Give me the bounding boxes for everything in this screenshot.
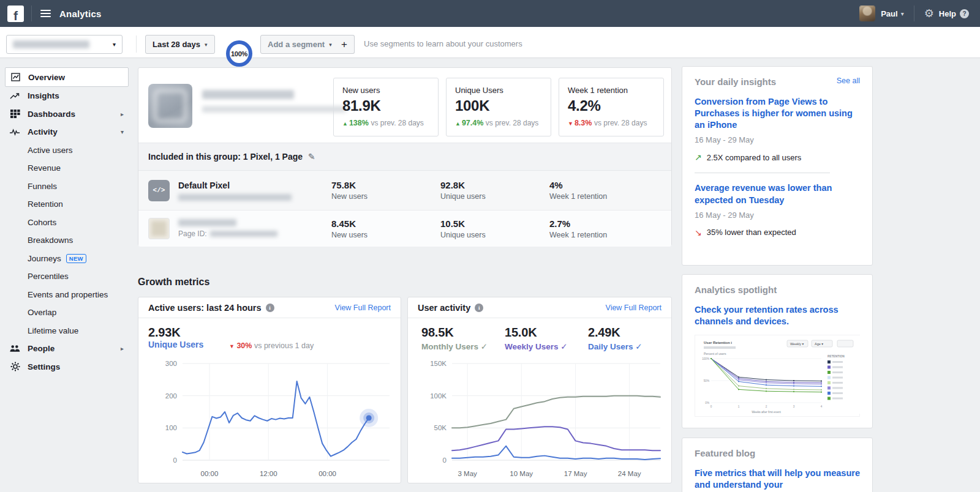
- daily-insights-heading-text: Your daily insights: [695, 76, 776, 87]
- activity-stat-value: 2.49K: [588, 326, 669, 340]
- svg-text:100%: 100%: [702, 357, 709, 360]
- featured-blog-headline-link[interactable]: Five metrics that will help you measure …: [695, 468, 860, 491]
- group-membership-strip: Included in this group: 1 Pixel, 1 Page …: [138, 143, 671, 171]
- sidebar-item-cohorts[interactable]: Cohorts: [5, 214, 129, 232]
- view-full-report-link[interactable]: View Full Report: [606, 304, 662, 312]
- view-full-report-link[interactable]: View Full Report: [335, 304, 391, 312]
- sidebar-item-revenue[interactable]: Revenue: [5, 159, 129, 177]
- add-segment-dropdown[interactable]: Add a segment ▾: [260, 35, 339, 54]
- stat-value: 81.9K: [342, 97, 429, 114]
- question-icon[interactable]: ?: [960, 9, 969, 18]
- toolbar: ▾ Last 28 days ▾ 100% Add a segment ▾ + …: [0, 27, 980, 58]
- svg-text:Percent of users: Percent of users: [704, 352, 726, 356]
- featured-blog-heading: Featured blog: [695, 448, 860, 458]
- delta-value: 97.4%: [462, 119, 486, 127]
- metric-label: Week 1 retention: [549, 231, 658, 239]
- svg-text:12:00: 12:00: [260, 470, 277, 477]
- daily-users-toggle[interactable]: 2.49KDaily Users ✓: [588, 326, 669, 351]
- active-users-chart: 010020030000:0012:0000:00: [142, 357, 398, 480]
- activity-stat-label: Weekly Users ✓: [505, 341, 586, 351]
- active-users-stats: 2.93K Unique Users: [148, 326, 203, 349]
- blurred-page-id: [210, 231, 277, 237]
- metric-value: 10.5K: [440, 218, 549, 229]
- metric-label: New users: [331, 231, 440, 239]
- insight-headline-link[interactable]: Conversion from Page Views to Purchases …: [695, 96, 860, 131]
- group-row-page[interactable]: Page ID:8.45KNew users10.5KUnique users2…: [138, 210, 671, 247]
- group-row-pixel[interactable]: </>Default Pixel75.8KNew users92.8KUniqu…: [138, 171, 671, 210]
- svg-text:100K: 100K: [430, 392, 447, 400]
- user-name[interactable]: Paul: [881, 9, 897, 18]
- svg-text:Weeks after first event: Weeks after first event: [752, 411, 781, 414]
- metric-value: 4%: [549, 180, 658, 190]
- svg-text:3 May: 3 May: [458, 470, 477, 477]
- svg-text:0: 0: [173, 457, 177, 464]
- sidebar-item-funnels[interactable]: Funnels: [5, 177, 129, 196]
- sidebar-item-retention[interactable]: Retention: [5, 195, 129, 214]
- blurred-group-subtitle: [202, 106, 346, 113]
- spotlight-heading: Analytics spotlight: [695, 285, 860, 295]
- sidebar-item-events-and-properties[interactable]: Events and properties: [5, 286, 129, 304]
- featured-blog-card: Featured blog Five metrics that will hel…: [682, 438, 873, 492]
- svg-text:0: 0: [443, 457, 447, 464]
- sidebar-item-people[interactable]: People▸: [5, 340, 129, 358]
- monthly-users-toggle[interactable]: 98.5KMonthly Users ✓: [421, 326, 502, 351]
- svg-text:300: 300: [165, 360, 177, 367]
- user-avatar[interactable]: [859, 6, 875, 21]
- arrow-up-icon: ↗: [695, 152, 702, 162]
- activity-stat-label: Daily Users ✓: [588, 341, 669, 351]
- sidebar-item-label: Overview: [28, 73, 65, 82]
- facebook-logo-icon[interactable]: f: [7, 6, 24, 22]
- top-navigation-bar: f Analytics Paul ▾ ⚙ Help ?: [0, 0, 980, 27]
- see-all-link[interactable]: See all: [837, 76, 860, 85]
- activity-stat-label: Monthly Users ✓: [421, 341, 502, 351]
- sidebar-item-breakdowns[interactable]: Breakdowns: [5, 231, 129, 250]
- sidebar-item-overlap[interactable]: Overlap: [5, 304, 129, 322]
- sidebar-item-dashboards[interactable]: Dashboards▸: [5, 105, 129, 124]
- analytics-spotlight-card: Analytics spotlight Check your retention…: [682, 274, 873, 428]
- svg-text:2: 2: [766, 405, 767, 408]
- row-metric-unique-users: 92.8KUnique users: [440, 180, 549, 201]
- date-range-dropdown[interactable]: Last 28 days ▾: [145, 35, 215, 54]
- gear-icon[interactable]: ⚙: [924, 8, 934, 19]
- add-segment-plus-button[interactable]: +: [334, 35, 355, 54]
- sidebar-item-lifetime-value[interactable]: Lifetime value: [5, 322, 129, 340]
- help-button[interactable]: Help: [939, 9, 956, 18]
- sidebar-item-percentiles[interactable]: Percentiles: [5, 267, 129, 286]
- people-icon: [10, 343, 20, 354]
- completeness-ring[interactable]: 100%: [226, 40, 252, 67]
- retention-thumbnail[interactable]: User Retention iWeekly ▾Age ▾Percent of …: [695, 335, 860, 417]
- chevron-down-icon[interactable]: ▾: [901, 10, 904, 17]
- sidebar-item-insights[interactable]: Insights: [5, 87, 129, 105]
- growth-metrics-heading: Growth metrics: [138, 277, 209, 288]
- retention-thumbnail-chart: User Retention iWeekly ▾Age ▾Percent of …: [695, 335, 861, 414]
- triangle-down-icon: ▼: [568, 121, 573, 127]
- blurred-pixel-id: [178, 194, 292, 201]
- sidebar-item-label: Breakdowns: [28, 236, 73, 245]
- sidebar-item-settings[interactable]: Settings: [5, 358, 129, 376]
- spotlight-headline-link[interactable]: Check your retention rates across channe…: [695, 304, 860, 327]
- unique-users-toggle[interactable]: Unique Users: [148, 340, 203, 349]
- metric-label: New users: [331, 192, 440, 201]
- sidebar-item-active-users[interactable]: Active users: [5, 141, 129, 160]
- row-metric-week-1-retention: 4%Week 1 retention: [549, 180, 658, 201]
- weekly-users-toggle[interactable]: 15.0KWeekly Users ✓: [505, 326, 586, 351]
- sidebar-item-journeys[interactable]: JourneysNEW: [5, 250, 129, 268]
- info-icon[interactable]: i: [266, 304, 274, 312]
- edit-pencil-icon[interactable]: ✎: [308, 152, 315, 162]
- stat-card-unique-users: Unique Users100K▲97.4% vs prev. 28 days: [446, 78, 551, 136]
- sidebar-item-overview[interactable]: Overview: [5, 67, 129, 87]
- active-users-card-header: Active users: last 24 hours i View Full …: [138, 297, 401, 318]
- svg-text:RETENTION: RETENTION: [827, 355, 845, 358]
- sidebar-item-activity[interactable]: Activity▾: [5, 123, 129, 141]
- user-activity-card-header: User activity i View Full Report: [408, 297, 671, 318]
- group-membership-text: Included in this group: 1 Pixel, 1 Page: [148, 152, 303, 162]
- sidebar-item-label: Revenue: [28, 163, 61, 173]
- entity-selector-dropdown[interactable]: ▾: [6, 35, 123, 54]
- metric-label: Unique users: [440, 231, 549, 239]
- insight-headline-link[interactable]: Average revenue was lower than expected …: [695, 182, 860, 206]
- hamburger-menu-icon[interactable]: [40, 10, 51, 17]
- delta-value: 30%: [236, 341, 252, 350]
- daily-insights-card: See all Your daily insights Conversion f…: [682, 66, 873, 266]
- sidebar-item-label: Percentiles: [28, 272, 69, 281]
- info-icon[interactable]: i: [475, 304, 483, 312]
